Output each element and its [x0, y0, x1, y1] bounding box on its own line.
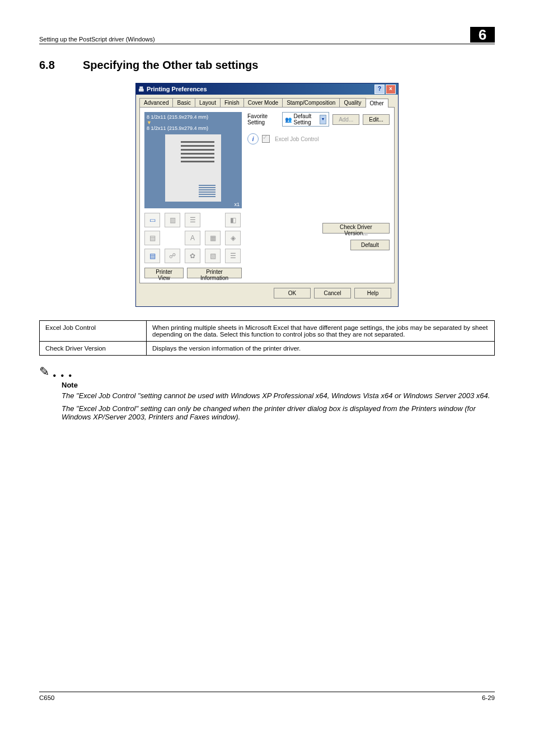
- favorite-setting-value: Default Setting: [294, 113, 318, 125]
- footer-right: 6-29: [482, 694, 495, 701]
- cell-desc: Displays the version information of the …: [147, 342, 495, 356]
- note-label: Note: [62, 381, 495, 389]
- feature-icon: ☰: [185, 213, 200, 227]
- preview-original-size: 8 1/2x11 (215.9x279.4 mm): [147, 114, 240, 120]
- printer-information-button[interactable]: Printer Information: [187, 268, 242, 278]
- tab-basic[interactable]: Basic: [172, 98, 195, 107]
- feature-icon: [165, 231, 179, 244]
- section-heading: 6.8 Specifying the Other tab settings: [39, 59, 495, 72]
- feature-icon: ▦: [205, 231, 221, 245]
- feature-icons: ▭ ▥ ☰ ◧ ▤ A ▦ ◈ ▤ ☍ ✿: [144, 213, 242, 263]
- feature-icon: ▤: [144, 231, 160, 245]
- excel-job-control-label: Excel Job Control: [275, 136, 318, 142]
- dialog-title: Printing Preferences: [147, 86, 207, 92]
- feature-icon: ▥: [165, 213, 180, 227]
- excel-job-control-checkbox[interactable]: [262, 135, 270, 143]
- cell-name: Check Driver Version: [40, 342, 147, 356]
- feature-icon: ▤: [144, 249, 160, 263]
- note-icon: ✎ • • •: [39, 365, 495, 381]
- cancel-button[interactable]: Cancel: [314, 288, 351, 298]
- favorite-setting-select[interactable]: 👥 Default Setting ▾: [282, 112, 330, 127]
- favorite-setting-label: Favorite Setting: [247, 113, 279, 125]
- page-preview: 8 1/2x11 (215.9x279.4 mm) ▼ 8 1/2x11 (21…: [144, 112, 242, 208]
- preview-output-size: 8 1/2x11 (215.9x279.4 mm): [147, 125, 240, 131]
- printer-icon: 🖶: [138, 86, 144, 92]
- tab-layout[interactable]: Layout: [195, 98, 221, 107]
- feature-icon: [205, 213, 219, 226]
- page-footer: C650 6-29: [39, 692, 495, 701]
- note-paragraph: The "Excel Job Control "setting cannot b…: [62, 391, 495, 400]
- ok-button[interactable]: OK: [274, 288, 311, 298]
- preview-page-icon: [165, 134, 221, 202]
- feature-icon: ◈: [225, 231, 241, 245]
- feature-icon: ◧: [225, 213, 241, 227]
- breadcrumb: Setting up the PostScript driver (Window…: [39, 36, 155, 43]
- close-icon[interactable]: ×: [386, 85, 396, 94]
- dialog-titlebar: 🖶 Printing Preferences ? ×: [136, 83, 398, 95]
- feature-icon: ▧: [205, 249, 221, 263]
- chapter-number-badge: 6: [470, 27, 495, 43]
- add-button[interactable]: Add...: [332, 114, 359, 125]
- tab-stamp-composition[interactable]: Stamp/Composition: [282, 98, 340, 107]
- screenshot: 🖶 Printing Preferences ? × Advanced Basi…: [135, 83, 399, 307]
- preview-copies: x1: [234, 202, 240, 207]
- feature-icon: ▭: [144, 213, 160, 227]
- feature-icon: A: [185, 231, 200, 245]
- section-title-text: Specifying the Other tab settings: [83, 59, 258, 72]
- feature-icon: ✿: [185, 249, 200, 263]
- settings-table: Excel Job Control When printing multiple…: [39, 320, 495, 356]
- tab-cover-mode[interactable]: Cover Mode: [243, 98, 283, 107]
- tab-finish[interactable]: Finish: [220, 98, 244, 107]
- tab-other[interactable]: Other: [366, 99, 388, 108]
- page-header: Setting up the PostScript driver (Window…: [39, 27, 495, 44]
- chevron-down-icon: ▾: [320, 115, 326, 124]
- table-row: Check Driver Version Displays the versio…: [40, 342, 495, 356]
- feature-icon: ☰: [225, 249, 241, 263]
- help-button[interactable]: Help: [354, 288, 391, 298]
- help-icon[interactable]: ?: [374, 85, 385, 94]
- tab-strip: Advanced Basic Layout Finish Cover Mode …: [139, 98, 395, 108]
- tab-quality[interactable]: Quality: [339, 98, 366, 107]
- note-paragraph: The "Excel Job Control" setting can only…: [62, 404, 495, 421]
- feature-icon: ☍: [165, 249, 180, 263]
- cell-desc: When printing multiple sheets in Microso…: [147, 321, 495, 342]
- info-icon: i: [247, 133, 259, 144]
- check-driver-version-button[interactable]: Check Driver Version...: [322, 223, 390, 234]
- default-button[interactable]: Default: [350, 240, 390, 250]
- printer-view-button[interactable]: Printer View: [144, 268, 184, 278]
- people-icon: 👥: [285, 116, 292, 123]
- section-number: 6.8: [39, 59, 67, 72]
- footer-left: C650: [39, 694, 55, 701]
- table-row: Excel Job Control When printing multiple…: [40, 321, 495, 342]
- edit-button[interactable]: Edit...: [363, 114, 390, 125]
- dialog-window: 🖶 Printing Preferences ? × Advanced Basi…: [135, 83, 399, 307]
- excel-job-control-row: i Excel Job Control: [247, 133, 390, 144]
- tab-advanced[interactable]: Advanced: [139, 98, 173, 107]
- cell-name: Excel Job Control: [40, 321, 147, 342]
